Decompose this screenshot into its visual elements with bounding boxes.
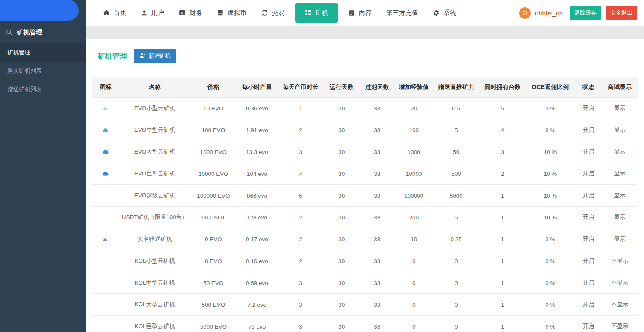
cell-status: 开启 [575,98,602,119]
table-body: EVO小型云矿机10 EVO0.36 evo13033200.555 %开启显示… [92,98,638,332]
table-row: EVO超级云矿机100000 EVO866 evo530331000005000… [92,185,638,207]
avatar[interactable]: O [519,7,531,19]
nav-item-third-party-recharge[interactable]: 第三方充值 [379,0,425,26]
cell-hourly-output: 7.2 evo [236,294,278,316]
cell-run-days: 30 [324,272,359,294]
cell-hourly-output: 128 evo [236,207,278,228]
cell-price: 50 EVO [190,272,236,294]
cell-hourly-output: 75 evo [236,316,278,332]
content-icon [349,10,355,16]
cell-status: 开启 [575,185,602,207]
cell-hourly-output: 0.16 evo [236,250,278,272]
sidebar-item-miner-manage[interactable]: 矿机管理 [0,43,86,62]
cell-gift-power: 500 [433,163,479,185]
table-row: KOL巨型云矿机5000 EVO75 evo330330010 %开启不显示 [92,316,638,332]
cell-expire-days: 33 [359,316,395,332]
cell-run-days: 30 [324,228,359,250]
add-miner-button[interactable]: 新增矿机 [134,49,176,63]
cell-max-units: 1 [479,294,526,316]
cell-name: EVO巨型云矿机 [119,163,190,185]
cell-run-days: 30 [324,250,359,272]
cell-gift-power: 0.5 [433,98,479,119]
nav-item-label: 财务 [189,9,202,17]
nav-item-trade[interactable]: 交易 [254,0,292,26]
cell-daily-coin-hours: 3 [278,141,324,163]
cell-name: 实名赠送矿机 [119,228,190,250]
cell-expire-days: 33 [359,98,395,119]
nav-item-finance[interactable]: ¥财务 [171,0,210,26]
column-header-4: 每天产币时长 [278,77,324,98]
cell-run-days: 30 [324,119,359,141]
cell-oce-rebate: 10 % [526,185,575,207]
nav-item-virtual-coin[interactable]: 虚拟币 [210,0,254,26]
cell-daily-coin-hours: 2 [278,228,324,250]
miner-icon-cell [92,185,119,207]
logout-button[interactable]: 安全退出 [606,6,637,20]
miner-icon-cell [92,119,119,141]
cell-daily-coin-hours: 3 [278,272,324,294]
cell-price: 100 EVO [190,119,236,141]
column-header-8: 赠送直推矿力 [433,77,479,98]
app-root: 矿机管理 矿机管理购买矿机列表赠送矿机列表 首页用户¥财务虚拟币交易矿机内容第三… [0,0,644,332]
cell-expire-days: 33 [359,250,395,272]
home-icon [103,9,110,16]
nav-item-miner[interactable]: 矿机 [295,3,338,23]
cell-max-units: 1 [479,228,526,250]
cell-gift-power: 0.25 [433,228,479,250]
clear-cache-button[interactable]: 清除缓存 [570,6,601,20]
cell-exp-gain: 0 [395,250,433,272]
logo-area [0,0,79,21]
cell-mall-display: 显示 [602,98,638,119]
cell-name: EVO中型云矿机 [119,119,190,141]
column-header-7: 增加经验值 [395,77,433,98]
username[interactable]: ohbbs_cn [535,9,563,17]
nav-item-label: 第三方充值 [386,9,418,17]
table-row: KOL中型云矿机50 EVO0.69 evo330330010 %开启不显示 [92,272,638,294]
cell-price: 8 EVO [190,250,236,272]
cell-max-units: 1 [479,272,526,294]
cell-mall-display: 不显示 [602,316,638,332]
nav-item-system[interactable]: 系统 [425,0,464,26]
cell-max-units: 5 [479,98,526,119]
cell-oce-rebate: 10 % [526,207,575,228]
cell-status: 开启 [575,316,602,332]
cell-name: EVO小型云矿机 [119,98,190,119]
cell-price: 10000 EVO [190,163,236,185]
navbar-items: 首页用户¥财务虚拟币交易矿机内容第三方充值系统 [96,0,464,26]
cell-exp-gain: 20 [395,98,433,119]
column-header-1: 名称 [119,77,190,98]
cell-mall-display: 不显示 [602,250,638,272]
cell-exp-gain: 200 [395,207,433,228]
cell-oce-rebate: 0 % [526,272,575,294]
sidebar-item-gift-miner-list[interactable]: 赠送矿机列表 [0,80,86,98]
nav-item-users[interactable]: 用户 [134,0,171,26]
cell-mall-display: 不显示 [602,294,638,316]
cell-max-units: 1 [479,250,526,272]
cell-max-units: 1 [479,207,526,228]
column-header-2: 价格 [190,77,236,98]
cell-price: 90 USDT [190,207,236,228]
cell-hourly-output: 1.91 evo [236,119,278,141]
nav-item-label: 内容 [359,9,372,17]
cell-gift-power: 5000 [433,185,479,207]
cell-oce-rebate: 5 % [526,98,575,119]
cell-hourly-output: 104 evo [236,163,278,185]
cell-hourly-output: 0.36 evo [236,98,278,119]
cloud-icon [103,128,109,132]
cell-mall-display: 不显示 [602,272,638,294]
nav-item-content[interactable]: 内容 [341,0,379,26]
sidebar: 矿机管理 矿机管理购买矿机列表赠送矿机列表 [0,0,86,332]
gear-icon [433,9,440,16]
coins-icon [217,9,224,16]
nav-item-home[interactable]: 首页 [96,0,134,26]
cell-hourly-output: 0.17 evo [236,228,278,250]
cell-name: KOL巨型云矿机 [119,316,190,332]
cell-exp-gain: 100000 [395,185,433,207]
sidebar-menu: 矿机管理购买矿机列表赠送矿机列表 [0,43,86,98]
cell-oce-rebate: 0 % [526,316,575,332]
cell-daily-coin-hours: 3 [278,294,324,316]
sidebar-item-buy-miner-list[interactable]: 购买矿机列表 [0,62,86,80]
table-row: EVO大型云矿机1000 EVO13.3 evo33033100050310 %… [92,141,638,163]
cell-price: 9 EVO [190,228,236,250]
cell-run-days: 30 [324,207,359,228]
